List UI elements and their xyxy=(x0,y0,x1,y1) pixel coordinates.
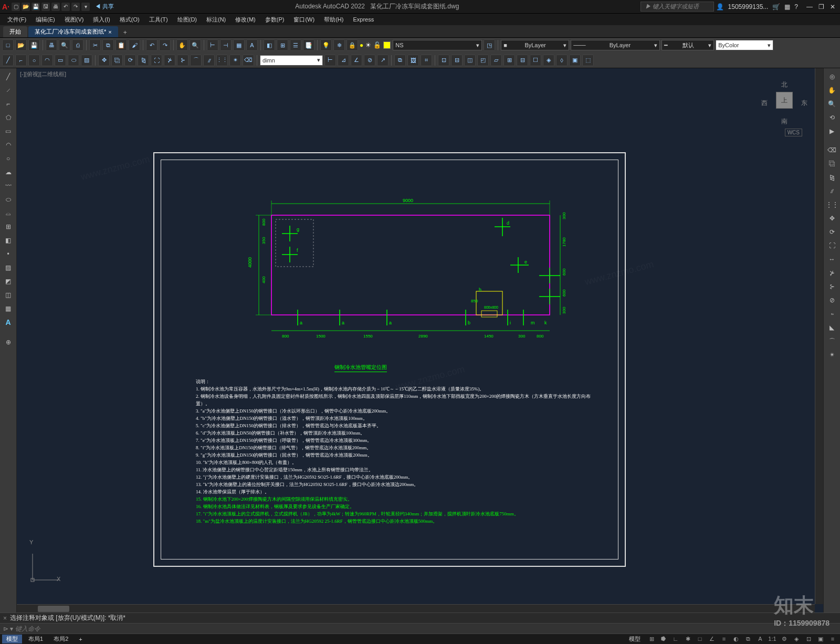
hatch-tool-icon[interactable]: ▨ xyxy=(81,55,92,66)
lineweight-dropdown[interactable]: ━默认▾ xyxy=(662,40,714,50)
snap-icon[interactable]: ⭓ xyxy=(658,635,669,643)
vertical-scrollbar[interactable] xyxy=(815,68,823,604)
minimize-button[interactable]: — xyxy=(804,2,815,12)
group-icon[interactable]: ⊡ xyxy=(438,55,449,66)
r-offset-icon[interactable]: ⫽ xyxy=(826,185,838,197)
undo2-icon[interactable]: ↶ xyxy=(146,39,158,51)
drawing-canvas[interactable]: [-][俯视][二维线框] 北 西 东 南 上 WCS xyxy=(17,68,823,613)
compass-south[interactable]: 南 xyxy=(781,117,788,126)
region2-icon[interactable]: ◫ xyxy=(2,289,15,301)
dimlin-icon[interactable]: ⊢ xyxy=(324,55,336,66)
menu-item[interactable]: 视图(V) xyxy=(60,15,88,25)
ungroup-icon[interactable]: ⊟ xyxy=(451,55,463,66)
grid-icon[interactable]: ⊞ xyxy=(646,635,657,643)
r-fillet-icon[interactable]: ⌒ xyxy=(826,335,838,347)
qat-new-icon[interactable]: ▢ xyxy=(12,3,20,11)
modelspace-toggle[interactable]: 模型 xyxy=(625,635,645,643)
qat-save-icon[interactable]: 💾 xyxy=(32,3,40,11)
misc1-icon[interactable]: ⊞ xyxy=(503,55,515,66)
menu-item[interactable]: 绘图(D) xyxy=(173,15,201,25)
sc-icon[interactable]: ⧉ xyxy=(743,635,753,643)
otrack-icon[interactable]: ∠ xyxy=(707,635,717,643)
close-button[interactable]: ✕ xyxy=(827,2,838,12)
array-icon[interactable]: ⋮⋮ xyxy=(216,55,228,66)
arc2-icon[interactable]: ◠ xyxy=(2,139,15,151)
new-icon[interactable]: □ xyxy=(2,39,14,51)
iso-icon[interactable]: ◈ xyxy=(791,635,802,643)
misc7-icon[interactable]: ⬚ xyxy=(582,55,594,66)
misc4-icon[interactable]: ◈ xyxy=(543,55,554,66)
arc-icon[interactable]: ◠ xyxy=(41,55,53,66)
nav-orbit-icon[interactable]: ⟲ xyxy=(826,111,838,124)
r-array-icon[interactable]: ⋮⋮ xyxy=(826,198,838,211)
share-link[interactable]: ◀ 共享 xyxy=(95,3,114,10)
open-icon[interactable]: 📂 xyxy=(15,39,27,51)
plotstyle-dropdown[interactable]: ByColor▾ xyxy=(716,40,773,50)
menu-item[interactable]: 工具(T) xyxy=(145,15,172,25)
hatch-icon[interactable]: ▨ xyxy=(2,261,15,274)
extend-icon[interactable]: ⊱ xyxy=(177,55,188,66)
print-icon[interactable]: 🖶 xyxy=(46,39,57,51)
menu-item[interactable]: 参数(P) xyxy=(261,15,289,25)
menu-item[interactable]: 帮助(H) xyxy=(320,15,348,25)
offset-icon[interactable]: ⫽ xyxy=(203,55,215,66)
menu-item[interactable]: 编辑(E) xyxy=(32,15,59,25)
layer-lock-icon[interactable]: 🔒 xyxy=(346,39,358,51)
circle2-icon[interactable]: ○ xyxy=(2,152,15,165)
rotate-icon[interactable]: ⟳ xyxy=(124,55,136,66)
paste-icon[interactable]: 📋 xyxy=(116,39,127,51)
scale-icon[interactable]: ⛶ xyxy=(151,55,162,66)
menu-item[interactable]: Express xyxy=(349,15,378,24)
compass-north[interactable]: 北 xyxy=(781,80,788,89)
misc2-icon[interactable]: ⊟ xyxy=(517,55,528,66)
copy2-icon[interactable]: ⿻ xyxy=(111,55,123,66)
erase-icon[interactable]: ⌫ xyxy=(243,55,254,66)
match-icon[interactable]: 🖌 xyxy=(129,39,140,51)
dim2-icon[interactable]: ⊣ xyxy=(220,39,232,51)
leader-icon[interactable]: ↗ xyxy=(377,55,388,66)
dimrad-icon[interactable]: ⊘ xyxy=(364,55,375,66)
circle-icon[interactable]: ○ xyxy=(28,55,40,66)
polygon-icon[interactable]: ⬠ xyxy=(2,111,15,124)
tab-add-button[interactable]: + xyxy=(119,28,131,37)
layout2-tab[interactable]: 布局2 xyxy=(49,635,72,643)
ellipse2-icon[interactable]: ⬭ xyxy=(2,193,15,206)
publish-icon[interactable]: ⎙ xyxy=(72,39,83,51)
layout-add-button[interactable]: + xyxy=(75,636,86,643)
help-search-input[interactable]: ▶ 键入关键字或短语 xyxy=(640,2,714,12)
rect2-icon[interactable]: ▭ xyxy=(2,125,15,138)
xref-icon[interactable]: ⧉ xyxy=(394,55,406,66)
point-icon[interactable]: • xyxy=(2,248,15,260)
r-erase-icon[interactable]: ⌫ xyxy=(826,144,838,156)
gear-icon[interactable]: ⚙ xyxy=(779,635,790,643)
layer-freeze-icon[interactable]: ❄ xyxy=(333,39,345,51)
help-icon[interactable]: ? xyxy=(794,3,798,10)
customize-icon[interactable]: ≡ xyxy=(827,635,838,643)
view-cube[interactable]: 北 西 东 南 上 xyxy=(760,79,807,126)
boundary-icon[interactable]: ◰ xyxy=(477,55,489,66)
tab-close-icon[interactable]: × xyxy=(108,29,111,35)
linetype-dropdown[interactable]: ───ByLayer▾ xyxy=(571,40,660,50)
line-tool-icon[interactable]: ╱ xyxy=(2,55,14,66)
ortho-icon[interactable]: ∟ xyxy=(670,635,681,643)
clean-icon[interactable]: ▣ xyxy=(815,635,826,643)
qat-more-icon[interactable]: ▾ xyxy=(81,3,90,11)
spline-icon[interactable]: 〰 xyxy=(2,180,15,192)
menu-item[interactable]: 窗口(W) xyxy=(289,15,319,25)
command-input[interactable] xyxy=(15,625,837,632)
rect-icon[interactable]: ▭ xyxy=(55,55,66,66)
restore-button[interactable]: ❐ xyxy=(816,2,826,12)
ellarcicon[interactable]: ⌓ xyxy=(2,207,15,219)
dim1-icon[interactable]: ⊢ xyxy=(207,39,218,51)
dimstyle-dropdown[interactable]: dimn▾ xyxy=(260,55,323,66)
view-label[interactable]: [-][俯视][二维线框] xyxy=(20,70,66,78)
save-icon[interactable]: 💾 xyxy=(28,39,40,51)
misc6-icon[interactable]: ▣ xyxy=(569,55,581,66)
r-chamfer-icon[interactable]: ◣ xyxy=(826,321,838,334)
qat-saveas-icon[interactable]: 🖫 xyxy=(41,3,50,11)
dimali-icon[interactable]: ⊿ xyxy=(338,55,349,66)
menu-item[interactable]: 修改(M) xyxy=(231,15,260,25)
cmd-close-icon[interactable]: × xyxy=(3,615,7,622)
field-icon[interactable]: ⌗ xyxy=(421,55,432,66)
wcs-label[interactable]: WCS xyxy=(785,129,802,136)
